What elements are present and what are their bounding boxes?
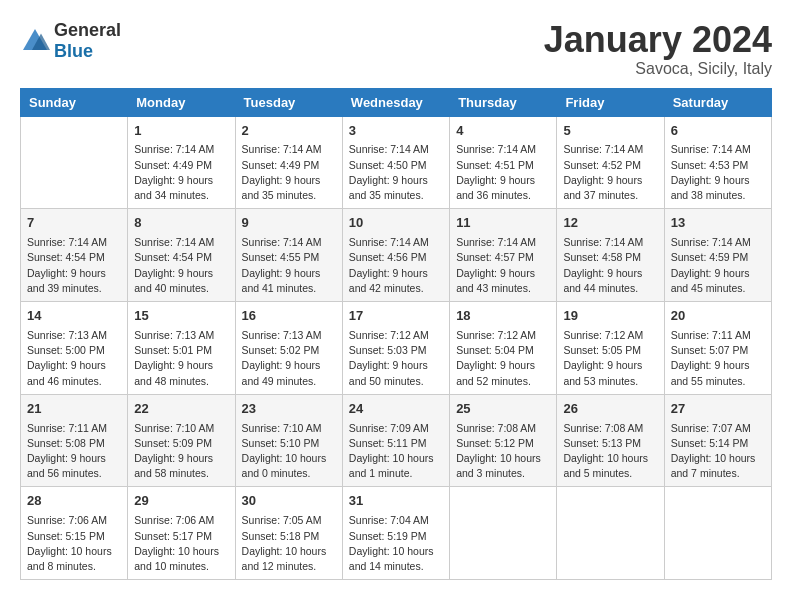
calendar-cell: 8Sunrise: 7:14 AMSunset: 4:54 PMDaylight… [128, 209, 235, 302]
calendar-cell: 1Sunrise: 7:14 AMSunset: 4:49 PMDaylight… [128, 116, 235, 209]
calendar-cell [557, 487, 664, 580]
day-number: 25 [456, 400, 550, 419]
daylight-text: Daylight: 9 hours and 46 minutes. [27, 359, 106, 386]
sunset-text: Sunset: 5:04 PM [456, 344, 534, 356]
day-number: 10 [349, 214, 443, 233]
daylight-text: Daylight: 9 hours and 55 minutes. [671, 359, 750, 386]
sunrise-text: Sunrise: 7:06 AM [134, 514, 214, 526]
sunset-text: Sunset: 5:19 PM [349, 530, 427, 542]
sunrise-text: Sunrise: 7:04 AM [349, 514, 429, 526]
sunrise-text: Sunrise: 7:14 AM [671, 143, 751, 155]
calendar-cell: 5Sunrise: 7:14 AMSunset: 4:52 PMDaylight… [557, 116, 664, 209]
calendar-cell: 28Sunrise: 7:06 AMSunset: 5:15 PMDayligh… [21, 487, 128, 580]
calendar-cell: 30Sunrise: 7:05 AMSunset: 5:18 PMDayligh… [235, 487, 342, 580]
calendar-week-row: 7Sunrise: 7:14 AMSunset: 4:54 PMDaylight… [21, 209, 772, 302]
sunset-text: Sunset: 5:01 PM [134, 344, 212, 356]
daylight-text: Daylight: 10 hours and 3 minutes. [456, 452, 541, 479]
logo: General Blue [20, 20, 121, 62]
day-number: 29 [134, 492, 228, 511]
sunset-text: Sunset: 5:15 PM [27, 530, 105, 542]
calendar-cell: 31Sunrise: 7:04 AMSunset: 5:19 PMDayligh… [342, 487, 449, 580]
day-number: 24 [349, 400, 443, 419]
daylight-text: Daylight: 9 hours and 53 minutes. [563, 359, 642, 386]
calendar-week-row: 14Sunrise: 7:13 AMSunset: 5:00 PMDayligh… [21, 302, 772, 395]
sunrise-text: Sunrise: 7:14 AM [671, 236, 751, 248]
daylight-text: Daylight: 9 hours and 48 minutes. [134, 359, 213, 386]
daylight-text: Daylight: 9 hours and 35 minutes. [349, 174, 428, 201]
day-number: 2 [242, 122, 336, 141]
calendar-cell: 27Sunrise: 7:07 AMSunset: 5:14 PMDayligh… [664, 394, 771, 487]
sunrise-text: Sunrise: 7:08 AM [456, 422, 536, 434]
logo-blue: Blue [54, 41, 93, 61]
calendar-cell: 7Sunrise: 7:14 AMSunset: 4:54 PMDaylight… [21, 209, 128, 302]
daylight-text: Daylight: 10 hours and 14 minutes. [349, 545, 434, 572]
daylight-text: Daylight: 10 hours and 10 minutes. [134, 545, 219, 572]
calendar-cell: 16Sunrise: 7:13 AMSunset: 5:02 PMDayligh… [235, 302, 342, 395]
weekday-header: Friday [557, 88, 664, 116]
logo-general: General [54, 20, 121, 40]
title-area: January 2024 Savoca, Sicily, Italy [544, 20, 772, 78]
daylight-text: Daylight: 9 hours and 42 minutes. [349, 267, 428, 294]
day-number: 31 [349, 492, 443, 511]
calendar-cell: 26Sunrise: 7:08 AMSunset: 5:13 PMDayligh… [557, 394, 664, 487]
calendar-cell: 12Sunrise: 7:14 AMSunset: 4:58 PMDayligh… [557, 209, 664, 302]
sunrise-text: Sunrise: 7:11 AM [671, 329, 751, 341]
calendar-cell: 6Sunrise: 7:14 AMSunset: 4:53 PMDaylight… [664, 116, 771, 209]
calendar-cell: 25Sunrise: 7:08 AMSunset: 5:12 PMDayligh… [450, 394, 557, 487]
sunset-text: Sunset: 4:59 PM [671, 251, 749, 263]
day-number: 27 [671, 400, 765, 419]
calendar-week-row: 1Sunrise: 7:14 AMSunset: 4:49 PMDaylight… [21, 116, 772, 209]
sunrise-text: Sunrise: 7:12 AM [563, 329, 643, 341]
sunset-text: Sunset: 4:52 PM [563, 159, 641, 171]
sunrise-text: Sunrise: 7:10 AM [134, 422, 214, 434]
daylight-text: Daylight: 9 hours and 43 minutes. [456, 267, 535, 294]
day-number: 12 [563, 214, 657, 233]
sunset-text: Sunset: 4:56 PM [349, 251, 427, 263]
sunrise-text: Sunrise: 7:06 AM [27, 514, 107, 526]
calendar-week-row: 21Sunrise: 7:11 AMSunset: 5:08 PMDayligh… [21, 394, 772, 487]
daylight-text: Daylight: 10 hours and 0 minutes. [242, 452, 327, 479]
sunrise-text: Sunrise: 7:14 AM [27, 236, 107, 248]
calendar-cell: 4Sunrise: 7:14 AMSunset: 4:51 PMDaylight… [450, 116, 557, 209]
sunrise-text: Sunrise: 7:12 AM [349, 329, 429, 341]
calendar-cell: 9Sunrise: 7:14 AMSunset: 4:55 PMDaylight… [235, 209, 342, 302]
day-number: 19 [563, 307, 657, 326]
calendar-cell: 23Sunrise: 7:10 AMSunset: 5:10 PMDayligh… [235, 394, 342, 487]
sunset-text: Sunset: 5:05 PM [563, 344, 641, 356]
day-number: 15 [134, 307, 228, 326]
daylight-text: Daylight: 9 hours and 38 minutes. [671, 174, 750, 201]
sunset-text: Sunset: 4:57 PM [456, 251, 534, 263]
calendar-cell: 29Sunrise: 7:06 AMSunset: 5:17 PMDayligh… [128, 487, 235, 580]
daylight-text: Daylight: 10 hours and 12 minutes. [242, 545, 327, 572]
daylight-text: Daylight: 9 hours and 44 minutes. [563, 267, 642, 294]
daylight-text: Daylight: 9 hours and 35 minutes. [242, 174, 321, 201]
sunrise-text: Sunrise: 7:08 AM [563, 422, 643, 434]
calendar-cell: 2Sunrise: 7:14 AMSunset: 4:49 PMDaylight… [235, 116, 342, 209]
day-number: 28 [27, 492, 121, 511]
day-number: 23 [242, 400, 336, 419]
day-number: 22 [134, 400, 228, 419]
daylight-text: Daylight: 9 hours and 37 minutes. [563, 174, 642, 201]
day-number: 1 [134, 122, 228, 141]
day-number: 7 [27, 214, 121, 233]
daylight-text: Daylight: 9 hours and 56 minutes. [27, 452, 106, 479]
sunset-text: Sunset: 5:00 PM [27, 344, 105, 356]
sunrise-text: Sunrise: 7:14 AM [456, 143, 536, 155]
sunrise-text: Sunrise: 7:14 AM [349, 236, 429, 248]
sunset-text: Sunset: 4:54 PM [27, 251, 105, 263]
weekday-header: Saturday [664, 88, 771, 116]
sunrise-text: Sunrise: 7:14 AM [134, 143, 214, 155]
sunset-text: Sunset: 5:17 PM [134, 530, 212, 542]
sunset-text: Sunset: 5:18 PM [242, 530, 320, 542]
weekday-header: Sunday [21, 88, 128, 116]
sunrise-text: Sunrise: 7:14 AM [563, 236, 643, 248]
day-number: 6 [671, 122, 765, 141]
calendar-cell: 14Sunrise: 7:13 AMSunset: 5:00 PMDayligh… [21, 302, 128, 395]
day-number: 8 [134, 214, 228, 233]
sunrise-text: Sunrise: 7:12 AM [456, 329, 536, 341]
sunset-text: Sunset: 5:12 PM [456, 437, 534, 449]
calendar-cell: 3Sunrise: 7:14 AMSunset: 4:50 PMDaylight… [342, 116, 449, 209]
sunset-text: Sunset: 5:09 PM [134, 437, 212, 449]
sunrise-text: Sunrise: 7:13 AM [242, 329, 322, 341]
calendar-cell: 18Sunrise: 7:12 AMSunset: 5:04 PMDayligh… [450, 302, 557, 395]
